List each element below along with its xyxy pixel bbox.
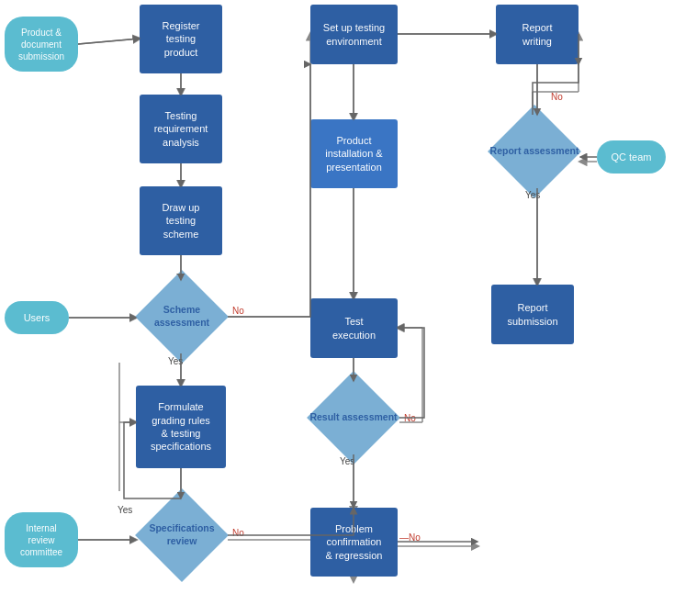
product-doc-submission: Product & document submission (5, 17, 78, 72)
problem-confirmation-regression: Problem confirmation & regression (310, 508, 398, 577)
yes-label-report: Yes (525, 190, 540, 200)
scheme-assessment: Scheme assessment (136, 280, 228, 353)
formulate-grading-rules: Formulate grading rules & testing specif… (136, 386, 226, 468)
no-label-scheme: No (232, 306, 244, 316)
set-up-testing-environment: Set up testing environment (310, 5, 398, 64)
report-writing: Report writing (496, 5, 579, 64)
users: Users (5, 301, 69, 334)
report-assessment: Report assessment (489, 115, 580, 188)
qc-team: QC team (597, 140, 666, 174)
yes-label-specs: Yes (118, 505, 132, 515)
test-execution: Test execution (310, 298, 398, 358)
testing-requirement-analysis: Testing requirement analysis (140, 95, 222, 163)
yes-label-scheme: Yes (168, 356, 183, 366)
no-label-report: No (551, 92, 563, 102)
report-submission: Report submission (491, 285, 574, 344)
flowchart: Product & document submission Register t… (0, 0, 674, 616)
svg-line-0 (78, 39, 140, 44)
no-label-problem: —No (399, 532, 421, 543)
draw-up-testing-scheme: Draw up testing scheme (140, 186, 222, 255)
internal-review-committee: Internal review committee (5, 512, 78, 567)
no-label-specs: No (232, 528, 244, 538)
result-assessment: Result assessment (308, 381, 399, 454)
no-label-result: No (404, 413, 416, 423)
register-testing-product: Register testing product (140, 5, 222, 73)
svg-line-29 (398, 34, 496, 328)
specs-review: Specifications review (136, 498, 228, 572)
product-installation-presentation: Product installation & presentation (310, 119, 398, 188)
yes-label-result: Yes (340, 456, 354, 466)
